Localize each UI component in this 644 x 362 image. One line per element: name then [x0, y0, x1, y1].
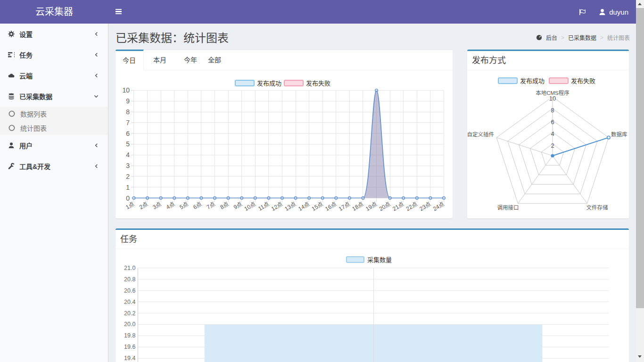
svg-text:21点: 21点 — [391, 201, 405, 212]
svg-text:19.6: 19.6 — [124, 344, 135, 350]
svg-text:15点: 15点 — [311, 201, 324, 212]
svg-text:20.4: 20.4 — [124, 299, 135, 305]
svg-text:调用接口: 调用接口 — [497, 205, 519, 210]
svg-text:19点: 19点 — [364, 201, 378, 212]
svg-text:20.6: 20.6 — [124, 287, 135, 294]
svg-text:8: 8 — [126, 108, 130, 116]
svg-text:7: 7 — [126, 119, 130, 126]
svg-text:发布失败: 发布失败 — [571, 77, 595, 84]
svg-text:自定义插件: 自定义插件 — [467, 131, 494, 137]
svg-text:20点: 20点 — [378, 201, 392, 212]
svg-text:10: 10 — [122, 86, 130, 94]
svg-text:8点: 8点 — [219, 201, 230, 210]
svg-text:20.8: 20.8 — [124, 276, 135, 283]
svg-text:采集数量: 采集数量 — [367, 256, 392, 263]
svg-text:发布成功: 发布成功 — [520, 77, 545, 84]
svg-text:18点: 18点 — [351, 201, 365, 212]
svg-text:0: 0 — [126, 194, 130, 202]
svg-text:22点: 22点 — [405, 201, 419, 212]
svg-text:17点: 17点 — [338, 201, 351, 212]
svg-text:4: 4 — [126, 151, 130, 159]
svg-text:数据库: 数据库 — [611, 131, 627, 137]
svg-text:发布成功: 发布成功 — [257, 80, 281, 87]
svg-text:1: 1 — [126, 184, 130, 191]
svg-text:3: 3 — [126, 162, 130, 169]
svg-text:5: 5 — [126, 140, 130, 148]
svg-text:19.4: 19.4 — [124, 355, 135, 362]
svg-text:20.0: 20.0 — [124, 321, 135, 328]
svg-text:发布失败: 发布失败 — [306, 80, 330, 87]
svg-text:2点: 2点 — [138, 201, 149, 210]
svg-text:2: 2 — [551, 142, 554, 149]
svg-text:3点: 3点 — [152, 201, 163, 210]
svg-text:16点: 16点 — [324, 201, 338, 212]
svg-text:19.8: 19.8 — [124, 332, 135, 339]
svg-text:4点: 4点 — [165, 201, 176, 210]
svg-text:2: 2 — [126, 173, 130, 180]
svg-text:9: 9 — [126, 97, 130, 105]
svg-text:13点: 13点 — [284, 201, 297, 212]
svg-text:6: 6 — [126, 130, 130, 137]
svg-text:8: 8 — [551, 107, 554, 114]
svg-text:23点: 23点 — [418, 201, 432, 212]
svg-text:6点: 6点 — [192, 201, 203, 210]
svg-text:20.2: 20.2 — [124, 310, 135, 317]
svg-text:10点: 10点 — [243, 201, 257, 212]
svg-text:本地CMS程序: 本地CMS程序 — [536, 90, 570, 96]
svg-text:11点: 11点 — [257, 201, 270, 212]
svg-text:12点: 12点 — [270, 201, 284, 212]
svg-text:1点: 1点 — [124, 201, 135, 210]
svg-text:14点: 14点 — [297, 201, 311, 212]
svg-text:6: 6 — [551, 118, 554, 126]
svg-text:21.0: 21.0 — [124, 265, 135, 271]
svg-text:24点: 24点 — [432, 201, 446, 212]
svg-text:4: 4 — [551, 130, 554, 137]
svg-text:9点: 9点 — [232, 201, 243, 210]
svg-text:5点: 5点 — [179, 201, 190, 210]
svg-text:文件存储: 文件存储 — [586, 204, 608, 210]
svg-text:7点: 7点 — [206, 201, 216, 210]
